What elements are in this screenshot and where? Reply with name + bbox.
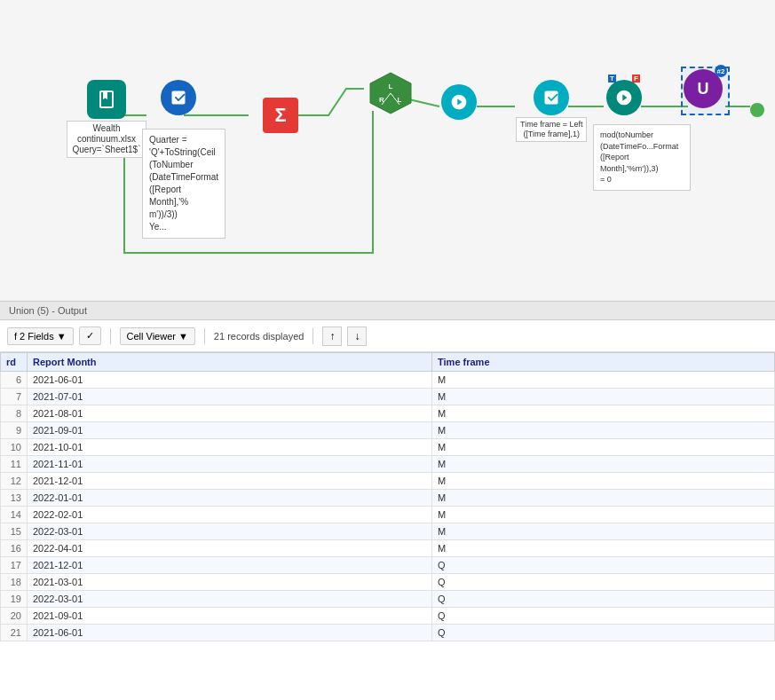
fields-chevron: ▼ xyxy=(57,331,67,342)
cell-rownum: 6 xyxy=(1,372,28,389)
table-row[interactable]: 8 2021-08-01 M xyxy=(1,405,775,422)
cell-rownum: 18 xyxy=(1,574,28,591)
cell-report-month: 2021-08-01 xyxy=(28,405,432,422)
toolbar-separator-2 xyxy=(204,328,205,344)
bottom-panel: f 2 Fields ▼ ✓ Cell Viewer ▼ 21 records … xyxy=(0,320,775,700)
filter1-node[interactable] xyxy=(441,84,477,120)
cell-time-frame: M xyxy=(432,523,775,540)
table-row[interactable]: 14 2022-02-01 M xyxy=(1,507,775,523)
workflow-canvas: Wealth continuum.xlsx Query=`Sheet1$` Qu… xyxy=(0,0,775,302)
cell-time-frame: Q xyxy=(432,557,775,574)
cell-report-month: 2021-12-01 xyxy=(28,557,432,574)
table-row[interactable]: 17 2021-12-01 Q xyxy=(1,557,775,574)
cell-viewer-label: Cell Viewer xyxy=(127,331,176,342)
cell-rownum: 8 xyxy=(1,405,28,422)
col-header-time-frame: Time frame xyxy=(432,353,775,372)
up-arrow-icon: ↑ xyxy=(329,330,335,342)
cell-time-frame: M xyxy=(432,405,775,422)
table-row[interactable]: 7 2021-07-01 M xyxy=(1,389,775,405)
cell-time-frame: M xyxy=(432,540,775,557)
join-node[interactable]: L R L xyxy=(368,71,407,110)
check-icon: ✓ xyxy=(86,330,94,342)
union-label-bar: Union (5) - Output xyxy=(0,302,775,320)
cell-rownum: 19 xyxy=(1,591,28,608)
cell-rownum: 21 xyxy=(1,625,28,641)
formula1-node[interactable] xyxy=(161,80,196,115)
summarize-node[interactable]: Σ xyxy=(263,98,298,133)
filter2-false-badge: F xyxy=(632,75,640,83)
filter2-formula-box: mod(toNumber (DateTimeFo...Format ([Repo… xyxy=(593,124,691,191)
table-row[interactable]: 12 2021-12-01 M xyxy=(1,473,775,490)
cell-report-month: 2022-04-01 xyxy=(28,540,432,557)
cell-rownum: 13 xyxy=(1,490,28,507)
cell-report-month: 2021-03-01 xyxy=(28,574,432,591)
cell-rownum: 16 xyxy=(1,540,28,557)
table-row[interactable]: 15 2022-03-01 M xyxy=(1,523,775,540)
cell-time-frame: M xyxy=(432,490,775,507)
table-row[interactable]: 11 2021-11-01 M xyxy=(1,456,775,473)
cell-time-frame: Q xyxy=(432,574,775,591)
filter2-true-badge: T xyxy=(608,75,616,83)
cell-report-month: 2021-09-01 xyxy=(28,608,432,625)
cell-time-frame: Q xyxy=(432,591,775,608)
down-arrow-icon: ↓ xyxy=(354,330,360,342)
data-table: rd Report Month Time frame 6 2021-06-01 … xyxy=(0,352,775,641)
cell-viewer-button[interactable]: Cell Viewer ▼ xyxy=(120,327,195,345)
table-row[interactable]: 16 2022-04-01 M xyxy=(1,540,775,557)
cell-report-month: 2021-09-01 xyxy=(28,422,432,439)
cell-rownum: 12 xyxy=(1,473,28,490)
cell-rownum: 7 xyxy=(1,389,28,405)
table-row[interactable]: 19 2022-03-01 Q xyxy=(1,591,775,608)
table-container[interactable]: rd Report Month Time frame 6 2021-06-01 … xyxy=(0,352,775,700)
filter2-node[interactable]: T F mod(toNumber (DateTimeFo...Format ([… xyxy=(606,80,642,115)
records-label: 21 records displayed xyxy=(214,331,304,342)
cell-rownum: 11 xyxy=(1,456,28,473)
cell-viewer-chevron: ▼ xyxy=(178,331,188,342)
table-row[interactable]: 10 2021-10-01 M xyxy=(1,439,775,456)
cell-time-frame: M xyxy=(432,372,775,389)
fields-button[interactable]: f 2 Fields ▼ xyxy=(7,327,74,345)
union-bar-label: Union (5) - Output xyxy=(9,305,87,316)
input-node[interactable]: Wealth continuum.xlsx Query=`Sheet1$` xyxy=(67,80,146,158)
cell-report-month: 2021-06-01 xyxy=(28,372,432,389)
cell-rownum: 20 xyxy=(1,608,28,625)
input-node-label: Wealth continuum.xlsx Query=`Sheet1$` xyxy=(67,121,146,158)
cell-report-month: 2022-03-01 xyxy=(28,523,432,540)
formula2-tooltip: Time frame = Left([Time frame],1) xyxy=(516,117,587,142)
union-node-wrapper[interactable]: U #2 xyxy=(684,69,723,108)
toolbar-row: f 2 Fields ▼ ✓ Cell Viewer ▼ 21 records … xyxy=(0,320,775,352)
check-button[interactable]: ✓ xyxy=(79,326,101,345)
cell-report-month: 2022-02-01 xyxy=(28,507,432,523)
cell-rownum: 17 xyxy=(1,557,28,574)
cell-time-frame: Q xyxy=(432,608,775,625)
fields-label: f 2 Fields xyxy=(14,331,54,342)
cell-report-month: 2021-12-01 xyxy=(28,473,432,490)
cell-rownum: 9 xyxy=(1,422,28,439)
cell-report-month: 2022-01-01 xyxy=(28,490,432,507)
cell-time-frame: M xyxy=(432,422,775,439)
union-badge: #2 xyxy=(715,65,727,77)
col-header-rownum: rd xyxy=(1,353,28,372)
table-row[interactable]: 6 2021-06-01 M xyxy=(1,372,775,389)
table-row[interactable]: 20 2021-09-01 Q xyxy=(1,608,775,625)
cell-report-month: 2021-11-01 xyxy=(28,456,432,473)
formula1-tooltip: Quarter = 'Q'+ToString(Ceil (ToNumber (D… xyxy=(142,129,225,239)
table-row[interactable]: 18 2021-03-01 Q xyxy=(1,574,775,591)
cell-rownum: 14 xyxy=(1,507,28,523)
nav-up-button[interactable]: ↑ xyxy=(322,326,342,346)
cell-time-frame: M xyxy=(432,473,775,490)
formula2-node[interactable]: Time frame = Left([Time frame],1) xyxy=(516,80,587,142)
table-row[interactable]: 9 2021-09-01 M xyxy=(1,422,775,439)
cell-report-month: 2021-10-01 xyxy=(28,439,432,456)
nav-down-button[interactable]: ↓ xyxy=(347,326,367,346)
cell-rownum: 15 xyxy=(1,523,28,540)
cell-report-month: 2021-06-01 xyxy=(28,625,432,641)
table-body: 6 2021-06-01 M 7 2021-07-01 M 8 2021-08-… xyxy=(1,372,775,641)
toolbar-separator-3 xyxy=(312,328,313,344)
cell-time-frame: M xyxy=(432,389,775,405)
table-row[interactable]: 13 2022-01-01 M xyxy=(1,490,775,507)
cell-time-frame: M xyxy=(432,439,775,456)
cell-time-frame: M xyxy=(432,507,775,523)
table-row[interactable]: 21 2021-06-01 Q xyxy=(1,625,775,641)
cell-report-month: 2022-03-01 xyxy=(28,591,432,608)
